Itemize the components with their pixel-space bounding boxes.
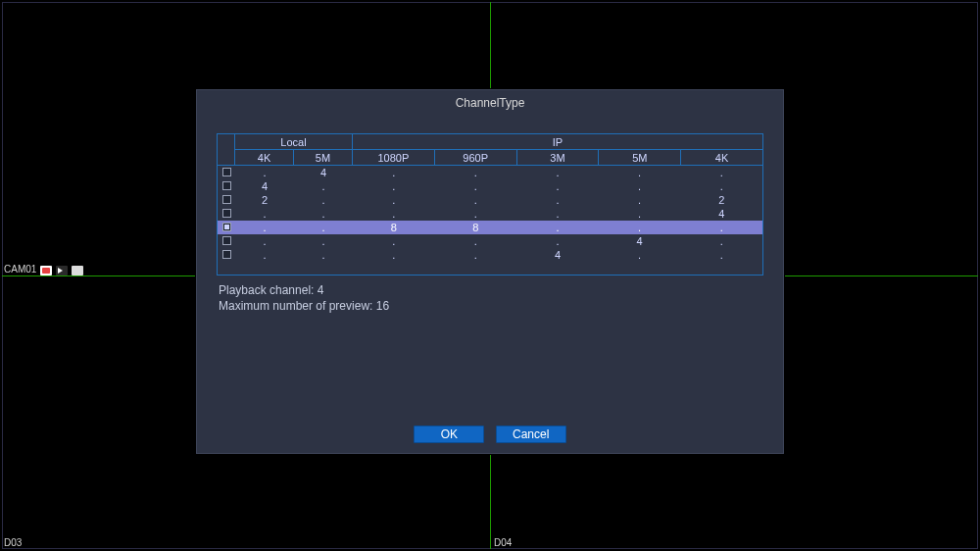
row-checkbox[interactable]	[222, 223, 231, 231]
col-960p: 960P	[434, 150, 516, 166]
playback-channel-info: Playback channel: 4	[219, 283, 761, 297]
table-cell: .	[435, 193, 517, 207]
table-cell: .	[235, 234, 294, 248]
table-cell: .	[353, 248, 435, 262]
table-row[interactable]: 4......	[218, 179, 762, 193]
table-row[interactable]: ..88...	[218, 221, 762, 234]
table-cell: .	[680, 248, 762, 262]
table-cell: .	[235, 166, 294, 179]
table-cell: .	[353, 207, 435, 221]
row-checkbox[interactable]	[222, 236, 231, 245]
table-cell: .	[235, 207, 294, 221]
table-cell: .	[294, 234, 353, 248]
table-cell: .	[680, 179, 762, 193]
table-cell: 8	[435, 221, 517, 234]
info-lines: Playback channel: 4 Maximum number of pr…	[219, 283, 761, 313]
header-local: Local	[235, 134, 353, 150]
row-checkbox[interactable]	[222, 181, 231, 190]
record-icon	[40, 266, 52, 276]
table-cell: .	[435, 234, 517, 248]
checkbox-header	[218, 134, 235, 166]
table-cell: .	[235, 221, 294, 234]
col-5m-ip: 5M	[599, 150, 681, 166]
table-cell: 4	[294, 166, 353, 179]
camera-icon	[72, 266, 83, 276]
col-4k-ip: 4K	[681, 150, 763, 166]
table-cell: .	[435, 248, 517, 262]
table-cell: .	[516, 221, 599, 234]
table-cell: .	[516, 207, 599, 221]
row-checkbox[interactable]	[222, 168, 231, 176]
table-cell: 4	[235, 179, 294, 193]
table-cell: .	[353, 234, 435, 248]
table-cell: .	[516, 166, 599, 179]
camera-label-bottom-left: D03	[4, 537, 22, 548]
table-row[interactable]: .4.....	[218, 166, 762, 179]
table-cell: .	[435, 207, 517, 221]
speaker-icon	[56, 266, 68, 276]
table-cell: .	[599, 221, 681, 234]
table-cell: .	[294, 248, 353, 262]
table-cell: 2	[235, 193, 294, 207]
col-1080p: 1080P	[353, 150, 435, 166]
table-cell: .	[599, 207, 681, 221]
table-cell: .	[294, 179, 353, 193]
table-row[interactable]: ....4..	[218, 248, 762, 262]
table-cell: .	[294, 221, 353, 234]
table-cell: .	[599, 193, 681, 207]
table-cell: .	[516, 234, 599, 248]
table-cell: .	[599, 248, 681, 262]
table-cell: .	[353, 179, 435, 193]
max-preview-info: Maximum number of preview: 16	[219, 299, 761, 313]
table-cell: .	[516, 179, 599, 193]
col-5m-local: 5M	[294, 150, 353, 166]
table-cell: 4	[516, 248, 599, 262]
camera-label-top-left: CAM01	[4, 264, 83, 276]
table-cell: .	[353, 193, 435, 207]
table-row[interactable]: .....4.	[218, 234, 762, 248]
col-3m: 3M	[516, 150, 599, 166]
row-checkbox[interactable]	[222, 195, 231, 204]
channel-type-header: Local IP 4K 5M 1080P 960P 3M 5M 4K	[217, 133, 763, 166]
table-cell: .	[599, 179, 681, 193]
camera-label-bottom-right: D04	[494, 537, 512, 548]
table-row[interactable]: 2.....2	[218, 193, 762, 207]
cancel-button[interactable]: Cancel	[496, 426, 566, 443]
row-checkbox[interactable]	[222, 250, 231, 259]
ok-button[interactable]: OK	[414, 426, 484, 443]
table-cell: 8	[353, 221, 435, 234]
table-cell: .	[516, 193, 599, 207]
header-ip: IP	[353, 134, 763, 150]
table-cell: 4	[599, 234, 681, 248]
table-cell: .	[435, 166, 517, 179]
table-cell: .	[435, 179, 517, 193]
table-row[interactable]: ......4	[218, 207, 762, 221]
channel-type-rows: .4.....4......2.....2......4..88........…	[218, 166, 762, 262]
table-cell: 4	[680, 207, 762, 221]
dialog-title: ChannelType	[197, 90, 783, 118]
table-cell: .	[680, 221, 762, 234]
table-cell: 2	[680, 193, 762, 207]
table-cell: .	[294, 207, 353, 221]
channel-type-dialog: ChannelType Local IP 4K 5M 1080P 960P 3M…	[196, 89, 784, 454]
col-4k-local: 4K	[235, 150, 294, 166]
row-checkbox[interactable]	[222, 209, 231, 218]
table-cell: .	[680, 234, 762, 248]
table-cell: .	[599, 166, 681, 179]
table-cell: .	[294, 193, 353, 207]
camera-status-icons	[39, 265, 83, 276]
table-cell: .	[353, 166, 435, 179]
table-cell: .	[680, 166, 762, 179]
table-cell: .	[235, 248, 294, 262]
